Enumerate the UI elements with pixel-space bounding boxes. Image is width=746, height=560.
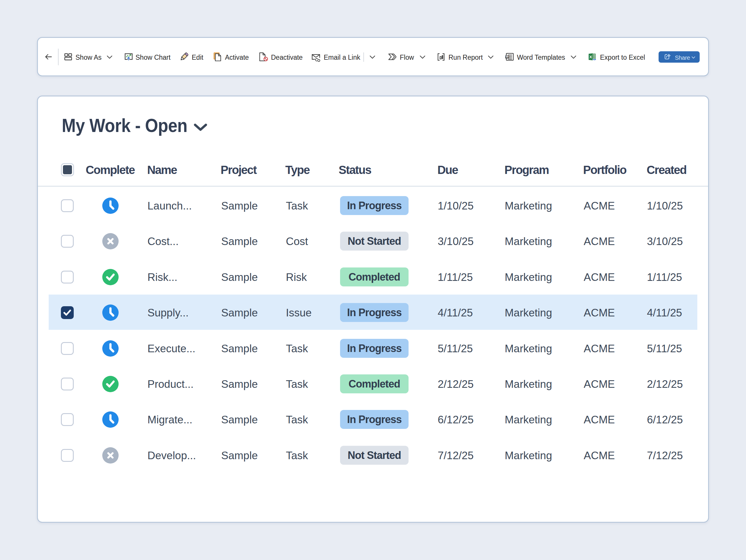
svg-text:W: W (506, 55, 509, 58)
svg-text:X: X (590, 55, 592, 59)
